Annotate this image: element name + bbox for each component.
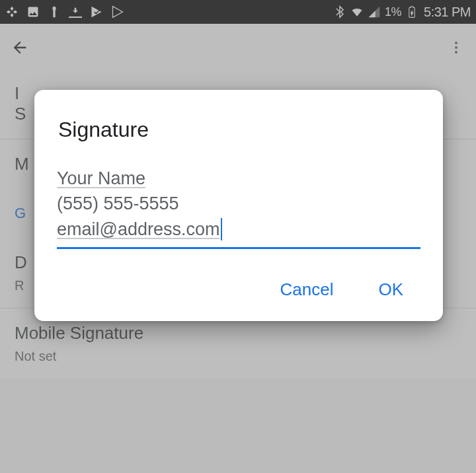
- dialog-title: Signature: [34, 118, 443, 142]
- signature-dialog: Signature Your Name (555) 555-5555 email…: [34, 90, 443, 321]
- signature-textarea[interactable]: Your Name (555) 555-5555 email@address.c…: [57, 166, 420, 249]
- text-cursor: [221, 218, 222, 240]
- cancel-button[interactable]: Cancel: [280, 279, 333, 300]
- ok-button[interactable]: OK: [378, 279, 403, 300]
